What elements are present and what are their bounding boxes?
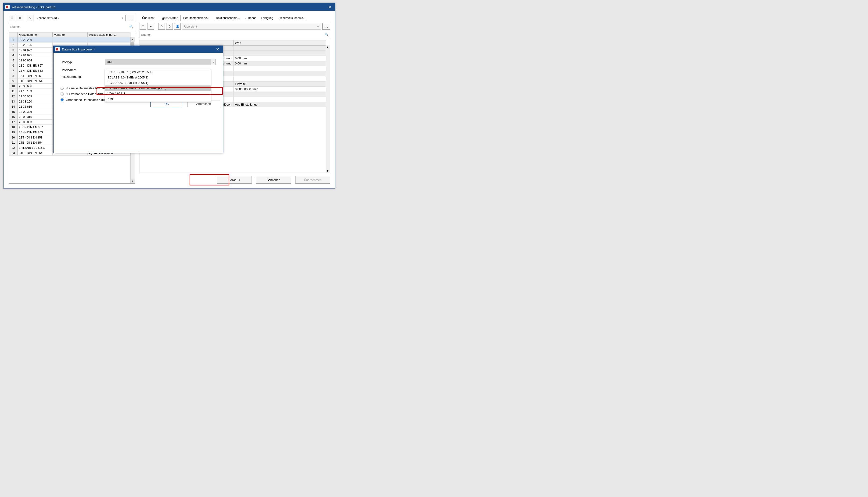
rp-paste-button[interactable]: ⎙ — [166, 23, 173, 30]
right-search-input[interactable] — [141, 33, 325, 37]
dropdown-option[interactable]: ECLASS 10.0.1 (BMEcat 2005.1) — [105, 69, 211, 75]
filetype-value: XML — [107, 60, 113, 64]
prop-col-value[interactable]: Wert — [234, 40, 326, 45]
apply-label: Übernehmen — [304, 178, 321, 182]
apply-button[interactable]: Übernehmen — [295, 176, 330, 184]
extras-label: Extras — [228, 178, 237, 182]
tab-sicherheit[interactable]: Sicherheitskennwe... — [276, 15, 308, 21]
filter-icon-button[interactable]: ▽ — [27, 15, 33, 21]
filter-more-button[interactable]: ... — [127, 15, 135, 21]
rp-more-button[interactable]: ... — [322, 23, 330, 30]
dropdown-option[interactable]: VDMA 66413 — [105, 91, 211, 96]
dialog-close-button[interactable]: ✕ — [214, 47, 221, 52]
chevron-down-icon: ▼ — [238, 179, 240, 181]
chevron-down-icon: ▾ — [317, 25, 319, 28]
left-search[interactable]: 🔍 — [9, 23, 135, 30]
col-bezeichnung[interactable]: Artikel: Bezeichnun... — [88, 32, 130, 37]
rp-overview-select[interactable]: Übersicht ▾ — [182, 23, 321, 30]
prop-col-name[interactable] — [140, 40, 234, 45]
filter-select[interactable]: - Nicht aktiviert - ▼ — [35, 15, 125, 21]
tab-benutzerdefiniert[interactable]: Benutzerdefinierte... — [181, 15, 212, 21]
dropdown-option[interactable]: ECLASS 9.1 (BMEcat 2005.1) — [105, 80, 211, 85]
col-artikelnummer[interactable]: Artikelnummer — [17, 32, 53, 37]
tab-fertigung[interactable]: Fertigung — [258, 15, 276, 21]
tab-eigenschaften[interactable]: Eigenschaften — [157, 15, 181, 21]
filetype-dropdown-list[interactable]: ECLASS 10.0.1 (BMEcat 2005.1) ECLASS 9.0… — [105, 69, 211, 102]
tab-uebersicht[interactable]: Übersicht — [140, 15, 157, 21]
dialog-titlebar: Datensätze importieren * ✕ — [54, 46, 223, 53]
rp-copy-button[interactable]: ⧉ — [158, 23, 165, 30]
filter-text: - Nicht aktiviert - — [37, 16, 59, 20]
list-view-button[interactable]: ≡ — [17, 15, 23, 21]
dropdown-option[interactable]: ECLASS 9.0 (BMEcat 2005.1) — [105, 75, 211, 80]
rp-list-button[interactable]: ≡ — [148, 23, 154, 30]
rp-user-button[interactable]: 👤 — [174, 23, 181, 30]
radio-new-only-label: Nur neue Datensätze hinzufügen — [66, 86, 110, 90]
table-row[interactable]: 110 20 206 — [9, 37, 130, 43]
tab-funktionsschablone[interactable]: Funktionsschablo... — [212, 15, 243, 21]
scroll-up-icon[interactable]: ▲ — [131, 37, 135, 42]
chevron-down-icon: ▼ — [121, 17, 123, 19]
rp-tree-button[interactable]: ☷ — [140, 23, 146, 30]
left-search-input[interactable] — [10, 25, 129, 28]
window-close-button[interactable]: ✕ — [326, 5, 333, 9]
radio-update-and-new-input[interactable] — [60, 98, 64, 101]
filename-label: Dateiname: — [60, 68, 105, 72]
rp-overview-label: Übersicht — [184, 25, 197, 28]
tree-view-button[interactable]: ☷ — [9, 15, 15, 21]
right-search[interactable]: 🔍 — [140, 31, 330, 38]
close-button[interactable]: Schließen — [256, 176, 291, 184]
col-variante[interactable]: Variante — [53, 32, 88, 37]
search-icon: 🔍 — [129, 25, 133, 28]
close-label: Schließen — [267, 178, 280, 182]
main-titlebar: Artikelverwaltung - ESS_part001 ✕ — [3, 3, 335, 11]
dropdown-option[interactable]: XML — [105, 96, 211, 102]
dropdown-option-selected[interactable]: EPLAN Data Portal-Austauschformat (EDZ) — [105, 85, 211, 91]
tab-bar: Übersicht Eigenschaften Benutzerdefinier… — [140, 15, 330, 21]
chevron-down-icon[interactable]: ▾ — [211, 59, 216, 65]
col-rownum[interactable] — [9, 32, 17, 37]
scroll-down-icon[interactable]: ▼ — [131, 179, 135, 183]
filetype-label: Dateityp: — [60, 60, 105, 64]
radio-new-only-input[interactable] — [60, 87, 64, 90]
app-icon — [55, 47, 60, 52]
window-title: Artikelverwaltung - ESS_part001 — [12, 5, 326, 9]
filetype-combo[interactable]: XML ▾ — [105, 59, 216, 65]
tab-zubehoer[interactable]: Zubehör — [243, 15, 259, 21]
prop-scrollbar[interactable]: ▲ ▼ — [326, 45, 330, 173]
app-icon — [5, 5, 10, 9]
scroll-down-icon[interactable]: ▼ — [326, 169, 330, 173]
extras-button[interactable]: Extras ▼ — [217, 176, 252, 184]
radio-update-only-input[interactable] — [60, 93, 64, 96]
mapping-label: Feldzuordnung: — [60, 75, 105, 79]
dialog-title: Datensätze importieren * — [62, 48, 214, 51]
scroll-up-icon[interactable]: ▲ — [326, 45, 330, 49]
search-icon: 🔍 — [325, 33, 329, 37]
